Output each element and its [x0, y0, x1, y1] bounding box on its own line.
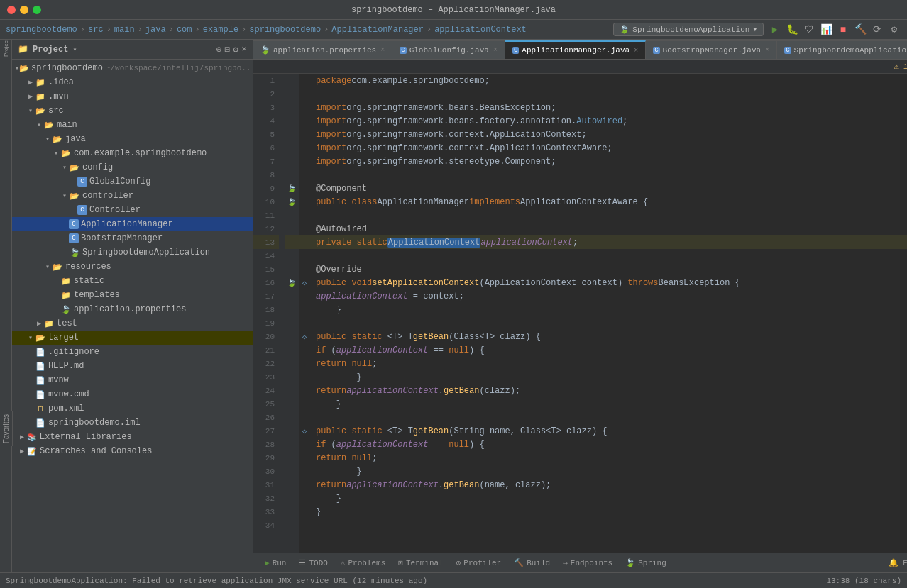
tree-item-com[interactable]: ▾ 📂 com.example.springbootdemo [12, 146, 253, 160]
locate-icon[interactable]: ⊕ [216, 44, 222, 55]
breadcrumb-field[interactable]: applicationContext [434, 25, 527, 35]
breadcrumb-example[interactable]: example [203, 25, 238, 35]
breadcrumb-src[interactable]: src [88, 25, 104, 35]
gutter-19 [285, 316, 299, 330]
collapse-icon[interactable]: ⊟ [225, 44, 231, 55]
left-icon-1[interactable]: Project [0, 43, 11, 54]
tree-item-ext-libs[interactable]: ▶ 📚 External Libraries [12, 430, 253, 444]
bottom-tab-spring[interactable]: 🍃 Spring [620, 556, 672, 570]
stop-button[interactable]: ■ [836, 23, 850, 37]
tree-label-resources: resources [65, 262, 111, 272]
mm-16[interactable]: ◇ [299, 276, 310, 289]
favorites-label[interactable]: Favorites [2, 414, 10, 443]
gear-icon[interactable]: ⚙ [233, 44, 238, 55]
tab-close-appmanager[interactable]: × [634, 47, 638, 55]
gutter-9[interactable]: 🍃 [285, 182, 299, 195]
bottom-tab-run[interactable]: ▶ Run [259, 556, 292, 570]
tree-item-scratches[interactable]: ▶ 📝 Scratches and Consoles [12, 444, 253, 458]
close-button[interactable] [7, 6, 16, 14]
tab-bootstrapmanager[interactable]: C BootstrapManager.java × [646, 40, 777, 59]
tree-item-springapp[interactable]: 🍃 SpringbootdemoApplication [12, 245, 253, 260]
code-line-3: import org.springframework.beans.BeansEx… [310, 101, 907, 114]
tree-arrow-config: ▾ [60, 163, 69, 172]
tree-item-appprops[interactable]: 🍃 application.properties [12, 302, 253, 316]
event-log-button[interactable]: 🔔 Event Log [889, 558, 907, 567]
tree-item-controller[interactable]: C Controller [12, 203, 253, 217]
tab-springbootdemoapplication[interactable]: C SpringbootdemoApplication.java × [777, 40, 907, 59]
tab-close-globalconfig[interactable]: × [493, 46, 498, 54]
tree-item-mvnwcmd[interactable]: 📄 mvnw.cmd [12, 387, 253, 401]
file-icon-mvnwcmd: 📄 [35, 389, 46, 400]
gutter-27 [285, 424, 299, 438]
tree-item-mvn[interactable]: ▶ 📁 .mvn [12, 89, 253, 104]
problems-tab-label: Problems [348, 559, 385, 567]
tree-item-target[interactable]: ▾ 📂 target [12, 331, 253, 345]
settings-button[interactable]: ⚙ [887, 23, 901, 37]
tree-item-gitignore[interactable]: 📄 .gitignore [12, 345, 253, 359]
debug-button[interactable]: 🐛 [785, 23, 799, 37]
run-config-selector[interactable]: 🍃 SpringbootdemoApplication ▾ [613, 23, 764, 36]
code-line-10: public class ApplicationManager implemen… [310, 195, 907, 209]
tree-item-globalconfig[interactable]: C GlobalConfig [12, 174, 253, 189]
breadcrumb-class[interactable]: ApplicationManager [331, 25, 424, 35]
mm-20[interactable]: ◇ [299, 330, 310, 343]
project-dropdown-icon[interactable]: ▾ [72, 45, 77, 54]
close-panel-icon[interactable]: × [241, 44, 247, 55]
breadcrumb-java[interactable]: java [145, 25, 166, 35]
maximize-button[interactable] [33, 6, 41, 14]
mm-12 [299, 222, 310, 235]
tree-item-test[interactable]: ▶ 📁 test [12, 316, 253, 331]
tree-item-pomxml[interactable]: 🗒 pom.xml [12, 401, 253, 416]
line-num-16: 16 [253, 276, 279, 289]
line-num-27: 27 [253, 424, 279, 438]
tab-globalconfig[interactable]: C GlobalConfig.java × [392, 40, 505, 59]
code-content[interactable]: package com.example.springbootdemo; impo… [310, 74, 907, 553]
tree-label-java: java [65, 134, 86, 144]
tree-item-src[interactable]: ▾ 📂 src [12, 104, 253, 118]
tree-item-iml[interactable]: 📄 springbootdemo.iml [12, 416, 253, 430]
tab-application-properties[interactable]: 🍃 application.properties × [253, 40, 392, 59]
bottom-tab-build[interactable]: 🔨 Build [508, 556, 556, 570]
line-num-4: 4 [253, 114, 279, 128]
tree-item-mvnw[interactable]: 📄 mvnw [12, 373, 253, 387]
tree-item-root[interactable]: ▾ 📂 springbootdemo ~/workspace/intellij/… [12, 61, 253, 75]
build-button[interactable]: 🔨 [853, 23, 867, 37]
breadcrumb-main[interactable]: main [114, 25, 135, 35]
tree-item-controller-folder[interactable]: ▾ 📂 controller [12, 189, 253, 203]
profile-button[interactable]: 📊 [819, 23, 833, 37]
tree-item-java[interactable]: ▾ 📂 java [12, 132, 253, 146]
coverage-button[interactable]: 🛡 [802, 23, 816, 37]
tree-item-idea[interactable]: ▶ 📁 .idea [12, 75, 253, 89]
tree-label-target: target [48, 333, 79, 343]
code-line-15: @Override [310, 262, 907, 276]
tree-item-applicationmanager[interactable]: C ApplicationManager [12, 217, 253, 231]
run-button[interactable]: ▶ [768, 23, 782, 37]
tree-item-static[interactable]: 📁 static [12, 274, 253, 288]
bottom-tab-profiler[interactable]: ⊙ Profiler [451, 556, 507, 570]
gutter-10[interactable]: 🍃 [285, 195, 299, 209]
breadcrumb-com[interactable]: com [177, 25, 192, 35]
bottom-tab-terminal[interactable]: ⊡ Terminal [392, 556, 449, 570]
minimize-button[interactable] [20, 6, 28, 14]
tree-item-resources[interactable]: ▾ 📂 resources [12, 260, 253, 274]
tree-item-templates[interactable]: 📁 templates [12, 288, 253, 302]
bottom-tab-endpoints[interactable]: ↔ Endpoints [557, 557, 618, 570]
tree-item-bootstrapmanager[interactable]: C BootstrapManager [12, 231, 253, 245]
java-icon-appmanager: C [69, 219, 79, 229]
tab-close-bootstrap[interactable]: × [765, 46, 769, 54]
bottom-tab-todo[interactable]: ☰ TODO [293, 556, 333, 570]
tree-item-help[interactable]: 📄 HELP.md [12, 359, 253, 373]
tab-applicationmanager[interactable]: C ApplicationManager.java × [505, 40, 646, 59]
profiler-tab-label: Profiler [463, 559, 501, 567]
breadcrumb-springbootdemo[interactable]: springbootdemo [249, 25, 321, 35]
sync-button[interactable]: ⟳ [870, 23, 884, 37]
code-line-22: return null; [310, 357, 907, 370]
folder-icon-config: 📂 [69, 162, 80, 173]
bottom-tab-problems[interactable]: ⚠ Problems [335, 556, 391, 570]
mm-27[interactable]: ◇ [299, 424, 310, 438]
tree-item-main[interactable]: ▾ 📂 main [12, 118, 253, 132]
breadcrumb-project[interactable]: springbootdemo [6, 25, 77, 35]
tab-close-appprops[interactable]: × [380, 46, 385, 54]
gutter-16[interactable]: 🍃 [285, 276, 299, 289]
tree-item-config[interactable]: ▾ 📂 config [12, 160, 253, 174]
